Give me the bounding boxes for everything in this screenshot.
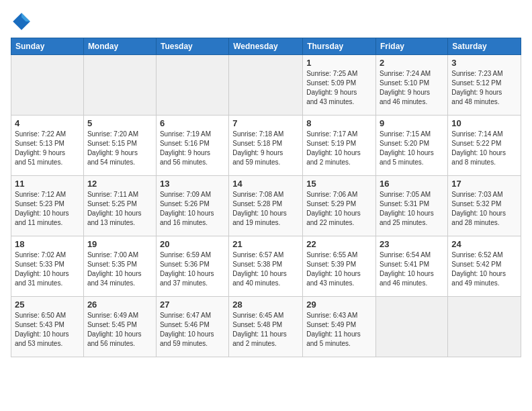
day-info: Sunrise: 6:59 AM Sunset: 5:36 PM Dayligh… — [160, 250, 225, 288]
week-row-3: 11Sunrise: 7:12 AM Sunset: 5:23 PM Dayli… — [11, 176, 521, 236]
day-info: Sunrise: 7:24 AM Sunset: 5:10 PM Dayligh… — [380, 69, 444, 107]
day-number: 12 — [87, 179, 152, 189]
week-row-2: 4Sunrise: 7:22 AM Sunset: 5:13 PM Daylig… — [11, 116, 521, 176]
day-number: 7 — [232, 118, 299, 128]
day-number: 6 — [160, 118, 225, 128]
day-cell: 22Sunrise: 6:55 AM Sunset: 5:39 PM Dayli… — [303, 236, 376, 297]
day-cell — [376, 297, 448, 357]
day-info: Sunrise: 7:00 AM Sunset: 5:35 PM Dayligh… — [87, 250, 152, 288]
week-row-5: 25Sunrise: 6:50 AM Sunset: 5:43 PM Dayli… — [11, 297, 521, 357]
day-info: Sunrise: 6:57 AM Sunset: 5:38 PM Dayligh… — [232, 250, 299, 288]
day-cell: 10Sunrise: 7:14 AM Sunset: 5:22 PM Dayli… — [448, 116, 521, 176]
day-cell: 16Sunrise: 7:05 AM Sunset: 5:31 PM Dayli… — [376, 176, 448, 236]
day-info: Sunrise: 7:03 AM Sunset: 5:32 PM Dayligh… — [451, 190, 517, 228]
header-row: SundayMondayTuesdayWednesdayThursdayFrid… — [11, 38, 521, 55]
day-cell: 24Sunrise: 6:52 AM Sunset: 5:42 PM Dayli… — [448, 236, 521, 297]
header-cell-tuesday: Tuesday — [156, 38, 228, 55]
day-number: 9 — [380, 118, 444, 128]
day-number: 10 — [451, 118, 517, 128]
day-number: 22 — [306, 239, 372, 249]
day-cell: 11Sunrise: 7:12 AM Sunset: 5:23 PM Dayli… — [11, 176, 84, 236]
day-info: Sunrise: 7:17 AM Sunset: 5:19 PM Dayligh… — [306, 130, 372, 167]
day-cell — [448, 297, 521, 357]
day-number: 19 — [87, 239, 152, 249]
day-number: 4 — [15, 118, 80, 128]
day-cell: 13Sunrise: 7:09 AM Sunset: 5:26 PM Dayli… — [156, 176, 228, 236]
day-info: Sunrise: 7:18 AM Sunset: 5:18 PM Dayligh… — [232, 130, 299, 167]
day-number: 8 — [306, 118, 372, 128]
day-number: 15 — [306, 179, 372, 189]
day-cell — [229, 55, 303, 116]
day-info: Sunrise: 6:47 AM Sunset: 5:46 PM Dayligh… — [160, 311, 225, 349]
day-cell: 3Sunrise: 7:23 AM Sunset: 5:12 PM Daylig… — [448, 55, 521, 116]
day-info: Sunrise: 7:25 AM Sunset: 5:09 PM Dayligh… — [306, 69, 372, 107]
day-cell: 6Sunrise: 7:19 AM Sunset: 5:16 PM Daylig… — [156, 116, 228, 176]
day-info: Sunrise: 6:43 AM Sunset: 5:49 PM Dayligh… — [306, 311, 372, 349]
day-cell — [11, 55, 84, 116]
day-number: 16 — [380, 179, 444, 189]
day-cell: 18Sunrise: 7:02 AM Sunset: 5:33 PM Dayli… — [11, 236, 84, 297]
logo — [11, 11, 35, 32]
calendar-header: SundayMondayTuesdayWednesdayThursdayFrid… — [11, 38, 521, 55]
day-info: Sunrise: 6:55 AM Sunset: 5:39 PM Dayligh… — [306, 250, 372, 288]
day-cell: 21Sunrise: 6:57 AM Sunset: 5:38 PM Dayli… — [229, 236, 303, 297]
day-cell: 29Sunrise: 6:43 AM Sunset: 5:49 PM Dayli… — [303, 297, 376, 357]
day-number: 29 — [306, 300, 372, 310]
day-number: 3 — [451, 58, 517, 68]
day-cell: 14Sunrise: 7:08 AM Sunset: 5:28 PM Dayli… — [229, 176, 303, 236]
day-cell — [156, 55, 228, 116]
day-cell: 1Sunrise: 7:25 AM Sunset: 5:09 PM Daylig… — [303, 55, 376, 116]
day-info: Sunrise: 7:20 AM Sunset: 5:15 PM Dayligh… — [87, 130, 152, 167]
day-info: Sunrise: 7:23 AM Sunset: 5:12 PM Dayligh… — [451, 69, 517, 107]
header-cell-monday: Monday — [83, 38, 156, 55]
day-info: Sunrise: 6:52 AM Sunset: 5:42 PM Dayligh… — [451, 250, 517, 288]
header — [11, 11, 521, 32]
calendar-table: SundayMondayTuesdayWednesdayThursdayFrid… — [11, 38, 521, 357]
day-cell: 4Sunrise: 7:22 AM Sunset: 5:13 PM Daylig… — [11, 116, 84, 176]
day-info: Sunrise: 7:12 AM Sunset: 5:23 PM Dayligh… — [15, 190, 80, 228]
day-info: Sunrise: 7:08 AM Sunset: 5:28 PM Dayligh… — [232, 190, 299, 228]
day-cell: 12Sunrise: 7:11 AM Sunset: 5:25 PM Dayli… — [83, 176, 156, 236]
day-number: 2 — [380, 58, 444, 68]
day-cell: 17Sunrise: 7:03 AM Sunset: 5:32 PM Dayli… — [448, 176, 521, 236]
day-cell — [83, 55, 156, 116]
day-cell: 2Sunrise: 7:24 AM Sunset: 5:10 PM Daylig… — [376, 55, 448, 116]
day-number: 1 — [306, 58, 372, 68]
day-info: Sunrise: 7:06 AM Sunset: 5:29 PM Dayligh… — [306, 190, 372, 228]
day-number: 17 — [451, 179, 517, 189]
day-info: Sunrise: 6:54 AM Sunset: 5:41 PM Dayligh… — [380, 250, 444, 288]
day-number: 27 — [160, 300, 225, 310]
logo-icon — [11, 11, 32, 32]
week-row-1: 1Sunrise: 7:25 AM Sunset: 5:09 PM Daylig… — [11, 55, 521, 116]
header-cell-friday: Friday — [376, 38, 448, 55]
day-cell: 23Sunrise: 6:54 AM Sunset: 5:41 PM Dayli… — [376, 236, 448, 297]
day-info: Sunrise: 7:19 AM Sunset: 5:16 PM Dayligh… — [160, 130, 225, 167]
day-cell: 19Sunrise: 7:00 AM Sunset: 5:35 PM Dayli… — [83, 236, 156, 297]
day-info: Sunrise: 7:09 AM Sunset: 5:26 PM Dayligh… — [160, 190, 225, 228]
day-info: Sunrise: 7:05 AM Sunset: 5:31 PM Dayligh… — [380, 190, 444, 228]
day-info: Sunrise: 7:14 AM Sunset: 5:22 PM Dayligh… — [451, 130, 517, 167]
day-cell: 9Sunrise: 7:15 AM Sunset: 5:20 PM Daylig… — [376, 116, 448, 176]
day-info: Sunrise: 7:22 AM Sunset: 5:13 PM Dayligh… — [15, 130, 80, 167]
day-number: 25 — [15, 300, 80, 310]
day-cell: 27Sunrise: 6:47 AM Sunset: 5:46 PM Dayli… — [156, 297, 228, 357]
day-number: 18 — [15, 239, 80, 249]
day-number: 23 — [380, 239, 444, 249]
header-cell-wednesday: Wednesday — [229, 38, 303, 55]
day-number: 20 — [160, 239, 225, 249]
day-number: 14 — [232, 179, 299, 189]
day-cell: 8Sunrise: 7:17 AM Sunset: 5:19 PM Daylig… — [303, 116, 376, 176]
header-cell-saturday: Saturday — [448, 38, 521, 55]
week-row-4: 18Sunrise: 7:02 AM Sunset: 5:33 PM Dayli… — [11, 236, 521, 297]
day-info: Sunrise: 6:45 AM Sunset: 5:48 PM Dayligh… — [232, 311, 299, 349]
day-number: 26 — [87, 300, 152, 310]
day-cell: 5Sunrise: 7:20 AM Sunset: 5:15 PM Daylig… — [83, 116, 156, 176]
day-number: 13 — [160, 179, 225, 189]
day-info: Sunrise: 7:15 AM Sunset: 5:20 PM Dayligh… — [380, 130, 444, 167]
header-cell-thursday: Thursday — [303, 38, 376, 55]
day-info: Sunrise: 7:11 AM Sunset: 5:25 PM Dayligh… — [87, 190, 152, 228]
day-info: Sunrise: 7:02 AM Sunset: 5:33 PM Dayligh… — [15, 250, 80, 288]
day-info: Sunrise: 6:49 AM Sunset: 5:45 PM Dayligh… — [87, 311, 152, 349]
day-cell: 28Sunrise: 6:45 AM Sunset: 5:48 PM Dayli… — [229, 297, 303, 357]
day-cell: 7Sunrise: 7:18 AM Sunset: 5:18 PM Daylig… — [229, 116, 303, 176]
